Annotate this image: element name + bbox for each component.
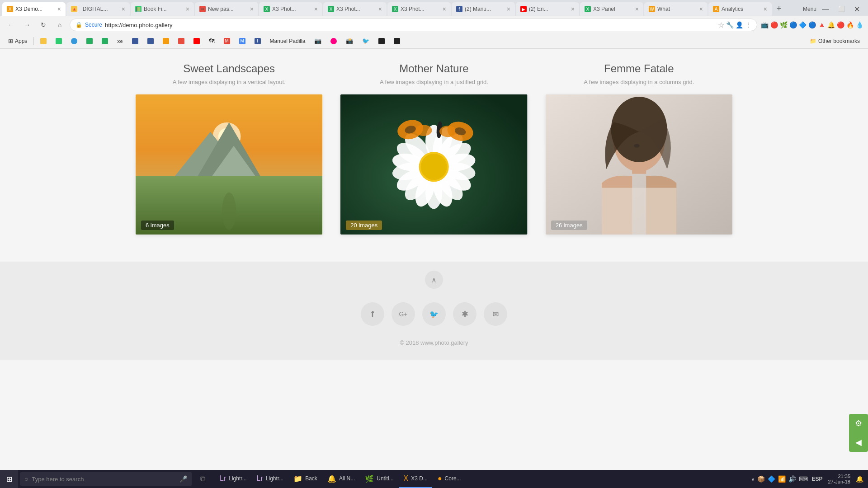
- tab-3[interactable]: ✉ New pas... ×: [195, 2, 258, 16]
- start-button[interactable]: ⊞: [0, 470, 18, 488]
- tab-4-close[interactable]: ×: [314, 5, 318, 13]
- maximize-btn[interactable]: ⬜: [835, 5, 849, 13]
- tab-5-close[interactable]: ×: [378, 5, 382, 13]
- extension-8-icon[interactable]: 🔴: [837, 21, 844, 28]
- bm-instagram[interactable]: 📸: [342, 37, 357, 45]
- gallery-thumb-portrait[interactable]: 26 images: [546, 94, 732, 235]
- extension-7-icon[interactable]: 🔔: [827, 21, 835, 28]
- tab-2-close[interactable]: ×: [186, 5, 189, 13]
- tab-6[interactable]: X X3 Phot... ×: [387, 2, 451, 16]
- tab-6-close[interactable]: ×: [443, 5, 446, 13]
- tab-10[interactable]: W What ×: [644, 2, 708, 16]
- clock[interactable]: 21:35 27-Jun-18: [826, 474, 852, 484]
- asterisk-button[interactable]: ✱: [453, 302, 476, 326]
- google-plus-button[interactable]: G+: [392, 302, 415, 326]
- bm-m1[interactable]: M: [220, 37, 234, 45]
- taskbar-item-untitl[interactable]: 🌿 Untitl...: [360, 470, 398, 488]
- bm-5[interactable]: [98, 37, 112, 45]
- tray-chevron[interactable]: ∧: [751, 477, 755, 482]
- task-view-button[interactable]: ⧉: [193, 470, 212, 488]
- tab-7[interactable]: f (2) Manu... ×: [452, 2, 515, 16]
- bm-8[interactable]: [144, 37, 157, 45]
- extension-6-icon[interactable]: 🔺: [818, 21, 826, 28]
- email-button[interactable]: ✉: [484, 302, 507, 326]
- bm-10[interactable]: [175, 37, 188, 45]
- tab-8-close[interactable]: ×: [571, 5, 575, 13]
- extension-9-icon[interactable]: 🔥: [846, 21, 854, 28]
- network-icon[interactable]: 📶: [778, 475, 786, 483]
- menu-label[interactable]: Menu: [803, 6, 816, 12]
- tab-3-close[interactable]: ×: [250, 5, 254, 13]
- tab-11-close[interactable]: ×: [764, 5, 767, 13]
- gallery-item-nature[interactable]: Mother Nature A few images displaying in…: [340, 62, 527, 235]
- taskbar-item-x3d[interactable]: X X3 D...: [399, 470, 432, 488]
- tab-5[interactable]: X X3 Phot... ×: [323, 2, 387, 16]
- keyboard-icon[interactable]: ⌨: [799, 475, 808, 483]
- tab-10-close[interactable]: ×: [699, 5, 703, 13]
- facebook-button[interactable]: f: [361, 302, 384, 326]
- forward-button[interactable]: →: [21, 19, 33, 31]
- bm-flickr[interactable]: [327, 37, 340, 45]
- bm-maps[interactable]: 🗺: [205, 37, 218, 45]
- tab-9-close[interactable]: ×: [635, 5, 639, 13]
- bm-last[interactable]: [390, 37, 404, 45]
- bm-twitter[interactable]: 🐦: [359, 37, 373, 45]
- extension-3-icon[interactable]: 🔵: [789, 21, 797, 28]
- gallery-thumb-landscapes[interactable]: 6 images: [136, 94, 322, 235]
- bm-2[interactable]: [52, 37, 66, 45]
- extensions-icon[interactable]: 🔧: [726, 21, 734, 28]
- audio-float-button[interactable]: ◀: [849, 433, 868, 452]
- apps-bookmark[interactable]: ⊞ Apps: [5, 37, 31, 45]
- taskbar-search-box[interactable]: ○ Type here to search 🎤: [20, 472, 192, 486]
- dropbox-icon[interactable]: 📦: [757, 475, 765, 483]
- bm-camera[interactable]: 📷: [311, 37, 325, 45]
- settings-icon[interactable]: ⋮: [745, 21, 751, 28]
- gallery-item-landscapes[interactable]: Sweet Landscapes A few images displaying…: [136, 62, 322, 235]
- volume-icon[interactable]: 🔊: [788, 475, 796, 483]
- active-tab-close[interactable]: ×: [57, 5, 61, 13]
- taskbar-item-core[interactable]: ● Core...: [433, 470, 466, 488]
- notification-icon[interactable]: 🔔: [856, 475, 863, 483]
- tab-1[interactable]: 🔺 _DIGITAL... ×: [66, 2, 130, 16]
- bm-m3[interactable]: f: [251, 37, 264, 45]
- twitter-button[interactable]: 🐦: [422, 302, 446, 326]
- gallery-item-portrait[interactable]: Femme Fatale A few images displaying in …: [546, 62, 732, 235]
- taskbar-item-lightroom[interactable]: Lr Lightr...: [215, 470, 251, 488]
- back-button[interactable]: ←: [5, 19, 17, 31]
- bm-6[interactable]: xe: [113, 38, 126, 45]
- taskbar-item-back[interactable]: 📁 Back: [289, 470, 322, 488]
- extension-2-icon[interactable]: 🌿: [780, 21, 788, 28]
- microphone-icon[interactable]: 🎤: [179, 475, 187, 483]
- address-field[interactable]: 🔒 Secure https://demo.photo.gallery ☆ 🔧 …: [70, 19, 757, 31]
- tab-7-close[interactable]: ×: [507, 5, 510, 13]
- bm-1[interactable]: [37, 37, 50, 45]
- scroll-up-button[interactable]: ∧: [425, 271, 443, 289]
- tab-2[interactable]: 📗 Book Fi... ×: [131, 2, 194, 16]
- close-btn[interactable]: ✕: [850, 4, 863, 14]
- settings-float-button[interactable]: ⚙: [849, 414, 868, 433]
- bm-7[interactable]: [128, 37, 142, 45]
- taskbar-item-alln[interactable]: 🔔 All N...: [323, 470, 359, 488]
- tab-11[interactable]: A Analytics ×: [708, 2, 772, 16]
- profile-icon[interactable]: 👤: [736, 21, 743, 28]
- bm-11[interactable]: [190, 37, 203, 45]
- bm-4[interactable]: [83, 37, 96, 45]
- tab-8[interactable]: ▶ (2) En... ×: [516, 2, 579, 16]
- tab-4[interactable]: X X3 Phot... ×: [259, 2, 322, 16]
- tab-9[interactable]: X X3 Panel ×: [580, 2, 643, 16]
- language-indicator[interactable]: ESP: [811, 476, 822, 482]
- bm-3[interactable]: [67, 37, 81, 45]
- bluetooth-icon[interactable]: 🔷: [768, 475, 775, 483]
- bm-m2[interactable]: M: [236, 37, 249, 45]
- bm-black[interactable]: [375, 37, 388, 45]
- refresh-button[interactable]: ↻: [37, 19, 50, 31]
- other-bookmarks[interactable]: 📁 Other bookmarks: [806, 37, 863, 45]
- bm-9[interactable]: [159, 37, 173, 45]
- bookmark-star-icon[interactable]: ☆: [718, 21, 724, 29]
- minimize-btn[interactable]: —: [818, 4, 833, 14]
- tab-1-close[interactable]: ×: [122, 5, 125, 13]
- extension-4-icon[interactable]: 🔷: [799, 21, 807, 28]
- extension-10-icon[interactable]: 💧: [856, 21, 863, 28]
- bm-manuel[interactable]: Manuel Padilla: [266, 37, 309, 45]
- gallery-thumb-nature[interactable]: 20 images: [340, 94, 527, 235]
